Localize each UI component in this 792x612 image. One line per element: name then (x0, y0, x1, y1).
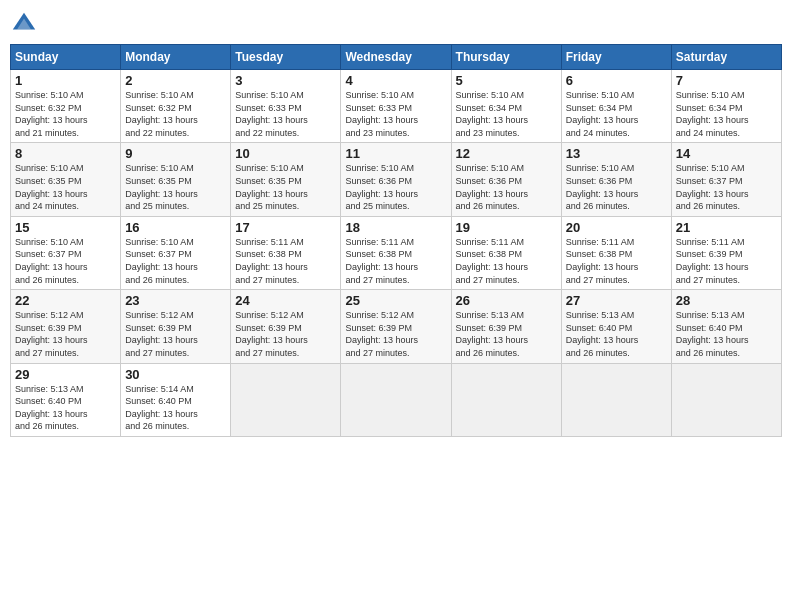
day-number: 11 (345, 146, 446, 161)
day-number: 21 (676, 220, 777, 235)
day-detail: Sunrise: 5:11 AMSunset: 6:38 PMDaylight:… (566, 236, 667, 286)
calendar-cell: 17Sunrise: 5:11 AMSunset: 6:38 PMDayligh… (231, 216, 341, 289)
day-detail: Sunrise: 5:10 AMSunset: 6:32 PMDaylight:… (15, 89, 116, 139)
day-number: 17 (235, 220, 336, 235)
day-number: 2 (125, 73, 226, 88)
calendar-cell: 19Sunrise: 5:11 AMSunset: 6:38 PMDayligh… (451, 216, 561, 289)
day-detail: Sunrise: 5:10 AMSunset: 6:36 PMDaylight:… (456, 162, 557, 212)
day-number: 7 (676, 73, 777, 88)
logo (10, 10, 40, 38)
day-detail: Sunrise: 5:10 AMSunset: 6:37 PMDaylight:… (676, 162, 777, 212)
day-detail: Sunrise: 5:10 AMSunset: 6:35 PMDaylight:… (125, 162, 226, 212)
header (10, 10, 782, 38)
calendar-cell: 16Sunrise: 5:10 AMSunset: 6:37 PMDayligh… (121, 216, 231, 289)
calendar-cell: 25Sunrise: 5:12 AMSunset: 6:39 PMDayligh… (341, 290, 451, 363)
calendar-cell: 22Sunrise: 5:12 AMSunset: 6:39 PMDayligh… (11, 290, 121, 363)
day-detail: Sunrise: 5:11 AMSunset: 6:38 PMDaylight:… (456, 236, 557, 286)
calendar-cell: 30Sunrise: 5:14 AMSunset: 6:40 PMDayligh… (121, 363, 231, 436)
calendar-cell (451, 363, 561, 436)
day-detail: Sunrise: 5:10 AMSunset: 6:35 PMDaylight:… (235, 162, 336, 212)
day-detail: Sunrise: 5:12 AMSunset: 6:39 PMDaylight:… (235, 309, 336, 359)
calendar-cell: 20Sunrise: 5:11 AMSunset: 6:38 PMDayligh… (561, 216, 671, 289)
day-number: 20 (566, 220, 667, 235)
day-number: 8 (15, 146, 116, 161)
day-number: 18 (345, 220, 446, 235)
day-number: 27 (566, 293, 667, 308)
day-detail: Sunrise: 5:11 AMSunset: 6:38 PMDaylight:… (345, 236, 446, 286)
day-detail: Sunrise: 5:12 AMSunset: 6:39 PMDaylight:… (125, 309, 226, 359)
day-detail: Sunrise: 5:10 AMSunset: 6:36 PMDaylight:… (345, 162, 446, 212)
day-detail: Sunrise: 5:10 AMSunset: 6:37 PMDaylight:… (125, 236, 226, 286)
day-number: 26 (456, 293, 557, 308)
day-header-thursday: Thursday (451, 45, 561, 70)
calendar-cell: 8Sunrise: 5:10 AMSunset: 6:35 PMDaylight… (11, 143, 121, 216)
day-number: 28 (676, 293, 777, 308)
day-detail: Sunrise: 5:10 AMSunset: 6:33 PMDaylight:… (345, 89, 446, 139)
calendar-cell: 9Sunrise: 5:10 AMSunset: 6:35 PMDaylight… (121, 143, 231, 216)
day-number: 9 (125, 146, 226, 161)
day-header-monday: Monday (121, 45, 231, 70)
calendar-cell: 6Sunrise: 5:10 AMSunset: 6:34 PMDaylight… (561, 70, 671, 143)
day-number: 30 (125, 367, 226, 382)
day-header-friday: Friday (561, 45, 671, 70)
day-detail: Sunrise: 5:12 AMSunset: 6:39 PMDaylight:… (15, 309, 116, 359)
day-number: 29 (15, 367, 116, 382)
day-number: 4 (345, 73, 446, 88)
calendar-cell: 10Sunrise: 5:10 AMSunset: 6:35 PMDayligh… (231, 143, 341, 216)
day-detail: Sunrise: 5:10 AMSunset: 6:37 PMDaylight:… (15, 236, 116, 286)
day-detail: Sunrise: 5:11 AMSunset: 6:38 PMDaylight:… (235, 236, 336, 286)
day-number: 3 (235, 73, 336, 88)
day-number: 22 (15, 293, 116, 308)
calendar-cell: 15Sunrise: 5:10 AMSunset: 6:37 PMDayligh… (11, 216, 121, 289)
day-number: 16 (125, 220, 226, 235)
day-detail: Sunrise: 5:10 AMSunset: 6:34 PMDaylight:… (456, 89, 557, 139)
calendar-cell: 23Sunrise: 5:12 AMSunset: 6:39 PMDayligh… (121, 290, 231, 363)
day-header-sunday: Sunday (11, 45, 121, 70)
day-number: 10 (235, 146, 336, 161)
calendar-cell (341, 363, 451, 436)
calendar-week-row: 29Sunrise: 5:13 AMSunset: 6:40 PMDayligh… (11, 363, 782, 436)
calendar-cell (671, 363, 781, 436)
calendar-week-row: 15Sunrise: 5:10 AMSunset: 6:37 PMDayligh… (11, 216, 782, 289)
day-number: 25 (345, 293, 446, 308)
calendar-cell (231, 363, 341, 436)
calendar-cell: 4Sunrise: 5:10 AMSunset: 6:33 PMDaylight… (341, 70, 451, 143)
day-detail: Sunrise: 5:10 AMSunset: 6:33 PMDaylight:… (235, 89, 336, 139)
day-detail: Sunrise: 5:14 AMSunset: 6:40 PMDaylight:… (125, 383, 226, 433)
calendar-cell: 24Sunrise: 5:12 AMSunset: 6:39 PMDayligh… (231, 290, 341, 363)
calendar-cell: 1Sunrise: 5:10 AMSunset: 6:32 PMDaylight… (11, 70, 121, 143)
calendar-cell: 12Sunrise: 5:10 AMSunset: 6:36 PMDayligh… (451, 143, 561, 216)
day-detail: Sunrise: 5:10 AMSunset: 6:34 PMDaylight:… (676, 89, 777, 139)
calendar-cell: 2Sunrise: 5:10 AMSunset: 6:32 PMDaylight… (121, 70, 231, 143)
calendar-cell: 5Sunrise: 5:10 AMSunset: 6:34 PMDaylight… (451, 70, 561, 143)
day-number: 1 (15, 73, 116, 88)
day-detail: Sunrise: 5:10 AMSunset: 6:36 PMDaylight:… (566, 162, 667, 212)
day-detail: Sunrise: 5:11 AMSunset: 6:39 PMDaylight:… (676, 236, 777, 286)
day-detail: Sunrise: 5:10 AMSunset: 6:34 PMDaylight:… (566, 89, 667, 139)
day-detail: Sunrise: 5:10 AMSunset: 6:35 PMDaylight:… (15, 162, 116, 212)
day-header-tuesday: Tuesday (231, 45, 341, 70)
day-number: 13 (566, 146, 667, 161)
day-number: 19 (456, 220, 557, 235)
calendar-cell: 11Sunrise: 5:10 AMSunset: 6:36 PMDayligh… (341, 143, 451, 216)
day-detail: Sunrise: 5:13 AMSunset: 6:40 PMDaylight:… (676, 309, 777, 359)
day-number: 6 (566, 73, 667, 88)
calendar-cell: 18Sunrise: 5:11 AMSunset: 6:38 PMDayligh… (341, 216, 451, 289)
day-header-saturday: Saturday (671, 45, 781, 70)
day-detail: Sunrise: 5:13 AMSunset: 6:40 PMDaylight:… (15, 383, 116, 433)
calendar-week-row: 22Sunrise: 5:12 AMSunset: 6:39 PMDayligh… (11, 290, 782, 363)
day-number: 24 (235, 293, 336, 308)
calendar-cell: 13Sunrise: 5:10 AMSunset: 6:36 PMDayligh… (561, 143, 671, 216)
calendar-cell: 14Sunrise: 5:10 AMSunset: 6:37 PMDayligh… (671, 143, 781, 216)
day-detail: Sunrise: 5:10 AMSunset: 6:32 PMDaylight:… (125, 89, 226, 139)
calendar-week-row: 1Sunrise: 5:10 AMSunset: 6:32 PMDaylight… (11, 70, 782, 143)
calendar-cell: 29Sunrise: 5:13 AMSunset: 6:40 PMDayligh… (11, 363, 121, 436)
day-number: 12 (456, 146, 557, 161)
day-header-wednesday: Wednesday (341, 45, 451, 70)
calendar-table: SundayMondayTuesdayWednesdayThursdayFrid… (10, 44, 782, 437)
calendar-cell: 3Sunrise: 5:10 AMSunset: 6:33 PMDaylight… (231, 70, 341, 143)
day-number: 14 (676, 146, 777, 161)
day-detail: Sunrise: 5:12 AMSunset: 6:39 PMDaylight:… (345, 309, 446, 359)
day-number: 15 (15, 220, 116, 235)
calendar-cell: 27Sunrise: 5:13 AMSunset: 6:40 PMDayligh… (561, 290, 671, 363)
